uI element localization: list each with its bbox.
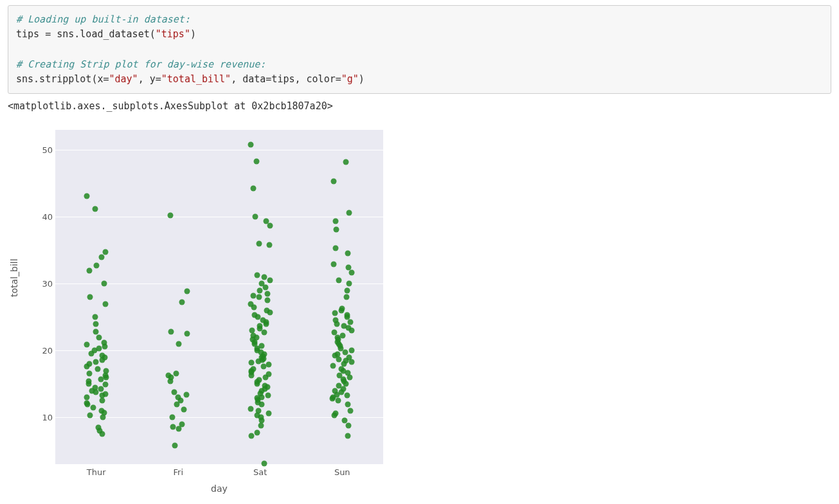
data-point bbox=[102, 382, 108, 388]
data-point bbox=[255, 272, 260, 278]
data-point bbox=[332, 330, 338, 336]
data-point bbox=[84, 194, 89, 199]
x-tick-label: Sun bbox=[334, 467, 350, 477]
data-point bbox=[249, 328, 255, 334]
data-point bbox=[265, 291, 271, 297]
data-point bbox=[93, 384, 98, 390]
data-point bbox=[334, 351, 340, 357]
data-point bbox=[262, 382, 267, 388]
x-tick-label: Thur bbox=[87, 467, 106, 477]
data-point bbox=[339, 305, 345, 311]
data-point bbox=[252, 214, 258, 220]
data-point bbox=[170, 415, 176, 420]
data-point bbox=[93, 329, 98, 335]
data-point bbox=[345, 312, 350, 318]
data-point bbox=[87, 294, 93, 300]
data-point bbox=[343, 349, 348, 355]
data-point bbox=[336, 356, 342, 362]
code-text: , data=tips, color= bbox=[231, 73, 341, 85]
data-point bbox=[86, 361, 92, 367]
data-point bbox=[184, 331, 190, 337]
data-point bbox=[95, 425, 101, 431]
plot-area bbox=[55, 130, 383, 464]
y-axis-label: total_bill bbox=[9, 259, 19, 298]
data-point bbox=[248, 301, 253, 307]
code-comment-2: # Creating Strip plot for day-wise reven… bbox=[16, 59, 266, 70]
data-point bbox=[257, 377, 262, 383]
data-point bbox=[266, 242, 272, 248]
code-string: "tips" bbox=[156, 28, 190, 40]
data-point bbox=[103, 368, 109, 374]
data-point bbox=[176, 395, 181, 401]
data-point bbox=[332, 317, 338, 323]
data-point bbox=[94, 263, 100, 269]
data-point bbox=[101, 339, 107, 345]
data-point bbox=[250, 185, 256, 191]
data-point bbox=[250, 366, 256, 372]
data-point bbox=[349, 269, 355, 275]
data-point bbox=[251, 312, 257, 318]
data-point bbox=[259, 281, 265, 287]
data-point bbox=[257, 241, 262, 247]
data-point bbox=[259, 343, 265, 349]
code-text: tips = sns.load_dataset( bbox=[16, 28, 156, 40]
data-point bbox=[101, 281, 107, 287]
data-point bbox=[347, 281, 352, 287]
data-point bbox=[93, 321, 98, 327]
data-point bbox=[90, 404, 96, 410]
data-point bbox=[261, 461, 267, 467]
data-point bbox=[267, 222, 273, 228]
data-point bbox=[93, 359, 98, 365]
y-tick-label: 30 bbox=[14, 279, 53, 289]
data-point bbox=[93, 314, 98, 320]
data-point bbox=[93, 206, 98, 212]
data-point bbox=[99, 254, 105, 260]
data-point bbox=[347, 210, 352, 216]
data-point bbox=[176, 341, 181, 347]
data-point bbox=[256, 408, 262, 414]
x-tick-label: Sat bbox=[253, 467, 267, 477]
data-point bbox=[345, 250, 351, 256]
code-text: sns.stripplot(x= bbox=[16, 73, 109, 85]
data-point bbox=[100, 398, 105, 404]
data-point bbox=[347, 354, 352, 360]
data-point bbox=[102, 249, 108, 255]
data-point bbox=[345, 401, 350, 407]
data-point bbox=[257, 287, 263, 293]
data-point bbox=[166, 372, 172, 378]
data-point bbox=[86, 370, 92, 376]
x-tick-label: Fri bbox=[174, 467, 184, 477]
data-point bbox=[248, 433, 254, 438]
data-point bbox=[86, 267, 92, 273]
data-point bbox=[347, 408, 353, 414]
data-point bbox=[330, 363, 336, 369]
data-point bbox=[264, 218, 269, 224]
data-point bbox=[84, 342, 89, 348]
data-point bbox=[179, 421, 185, 427]
data-point bbox=[346, 265, 352, 271]
data-point bbox=[341, 377, 347, 382]
data-point bbox=[333, 218, 339, 224]
data-point bbox=[257, 294, 262, 300]
data-point bbox=[266, 362, 272, 368]
code-string: "total_bill" bbox=[161, 73, 231, 85]
gridline bbox=[55, 350, 383, 351]
data-point bbox=[95, 366, 100, 372]
data-point bbox=[258, 422, 264, 428]
data-point bbox=[96, 334, 102, 340]
data-point bbox=[183, 392, 189, 398]
data-point bbox=[343, 159, 349, 165]
data-point bbox=[344, 294, 350, 300]
code-cell: # Loading up built-in dataset: tips = sn… bbox=[8, 5, 831, 94]
output-repr: <matplotlib.axes._subplots.AxesSubplot a… bbox=[8, 100, 831, 112]
gridline bbox=[55, 150, 383, 150]
y-tick-label: 20 bbox=[14, 346, 53, 356]
data-point bbox=[266, 411, 271, 417]
code-string: "day" bbox=[109, 73, 138, 85]
data-point bbox=[181, 406, 186, 412]
strip-plot: total_bill day 1020304050ThurFriSatSun bbox=[10, 123, 390, 496]
data-point bbox=[341, 417, 347, 423]
data-point bbox=[341, 323, 347, 328]
data-point bbox=[266, 371, 271, 377]
data-point bbox=[331, 179, 337, 184]
